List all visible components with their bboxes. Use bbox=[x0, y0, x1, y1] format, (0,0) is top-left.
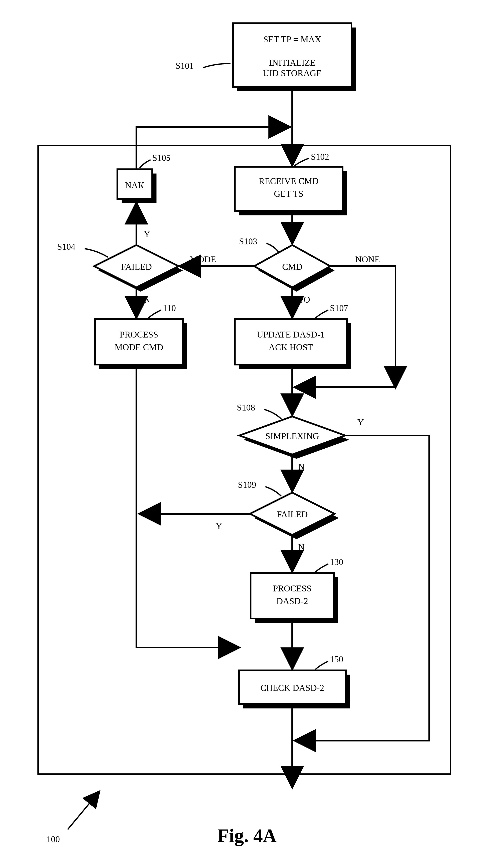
figure-title: Fig. 4A bbox=[217, 825, 277, 846]
edge-label-s109-n: N bbox=[298, 542, 305, 552]
s101-line2: INITIALIZE bbox=[269, 58, 315, 68]
edge-label-mode: MODE bbox=[190, 255, 216, 264]
s102-line2: GET TS bbox=[274, 189, 303, 199]
ref-s108: S108 bbox=[237, 403, 281, 419]
ref-150-text: 150 bbox=[330, 654, 343, 664]
s109-label: FAILED bbox=[277, 510, 308, 519]
ref-s107: S107 bbox=[315, 303, 348, 318]
ref-110-text: 110 bbox=[163, 303, 176, 313]
b110-line1: PROCESS bbox=[120, 330, 158, 339]
b130-line2: DASD-2 bbox=[277, 596, 308, 606]
ref-s109: S109 bbox=[238, 480, 281, 496]
ref-figure: 100 bbox=[46, 791, 99, 844]
node-s104: FAILED bbox=[94, 245, 183, 292]
ref-s101-text: S101 bbox=[175, 61, 194, 71]
s108-label: SIMPLEXING bbox=[265, 431, 319, 441]
ref-s105-text: S105 bbox=[152, 153, 170, 163]
ref-s102-text: S102 bbox=[311, 152, 329, 162]
ref-s108-text: S108 bbox=[237, 403, 255, 412]
ref-s103: S103 bbox=[239, 237, 279, 253]
b130-line1: PROCESS bbox=[273, 584, 311, 593]
s105-label: NAK bbox=[125, 181, 145, 190]
flowchart: SET TP = MAX INITIALIZE UID STORAGE S101… bbox=[0, 0, 494, 868]
s102-line1: RECEIVE CMD bbox=[259, 176, 319, 186]
b110-line2: MODE CMD bbox=[115, 343, 163, 352]
node-150: CHECK DASD-2 bbox=[239, 670, 350, 708]
ref-s102: S102 bbox=[294, 152, 329, 166]
ref-130-text: 130 bbox=[330, 557, 343, 567]
node-s101: SET TP = MAX INITIALIZE UID STORAGE bbox=[233, 23, 356, 91]
ref-figure-text: 100 bbox=[46, 834, 60, 844]
ref-s104: S104 bbox=[57, 242, 108, 257]
node-110: PROCESS MODE CMD bbox=[95, 319, 187, 369]
ref-s101: S101 bbox=[175, 61, 230, 71]
node-s108: SIMPLEXING bbox=[240, 417, 349, 459]
svg-rect-13 bbox=[235, 319, 347, 365]
s107-line1: UPDATE DASD-1 bbox=[257, 330, 325, 339]
s101-line3: UID STORAGE bbox=[263, 68, 322, 78]
ref-s107-text: S107 bbox=[330, 303, 348, 313]
node-s102: RECEIVE CMD GET TS bbox=[235, 167, 347, 216]
node-130: PROCESS DASD-2 bbox=[251, 573, 338, 623]
ref-150: 150 bbox=[315, 654, 343, 670]
edge-s105-loop bbox=[136, 127, 290, 169]
edge-label-none: NONE bbox=[355, 255, 380, 264]
ref-s103-text: S103 bbox=[239, 237, 257, 246]
edge-label-s108-y: Y bbox=[357, 418, 364, 427]
node-s103: CMD bbox=[254, 245, 335, 292]
node-s107: UPDATE DASD-1 ACK HOST bbox=[235, 319, 351, 369]
s104-label: FAILED bbox=[121, 262, 152, 272]
s101-line1: SET TP = MAX bbox=[263, 35, 321, 44]
ref-130: 130 bbox=[315, 557, 343, 572]
ref-s109-text: S109 bbox=[238, 480, 256, 490]
s103-label: CMD bbox=[282, 262, 302, 272]
edge-label-s108-n: N bbox=[298, 462, 305, 472]
edge-label-s104-n: N bbox=[144, 295, 150, 304]
node-s109: FAILED bbox=[250, 493, 339, 539]
svg-rect-19 bbox=[251, 573, 334, 618]
s107-line2: ACK HOST bbox=[269, 343, 313, 352]
svg-line-22 bbox=[68, 791, 99, 830]
edge-110-merge bbox=[136, 365, 239, 647]
b150-label: CHECK DASD-2 bbox=[260, 683, 324, 693]
edge-label-s109-y: Y bbox=[216, 521, 222, 531]
ref-s104-text: S104 bbox=[57, 242, 75, 252]
ref-110: 110 bbox=[148, 303, 176, 318]
edge-label-s104-y: Y bbox=[144, 229, 150, 239]
edge-label-io: I/O bbox=[298, 295, 310, 304]
svg-rect-11 bbox=[95, 319, 183, 365]
node-s105: NAK bbox=[117, 169, 156, 203]
ref-s105: S105 bbox=[139, 153, 170, 168]
